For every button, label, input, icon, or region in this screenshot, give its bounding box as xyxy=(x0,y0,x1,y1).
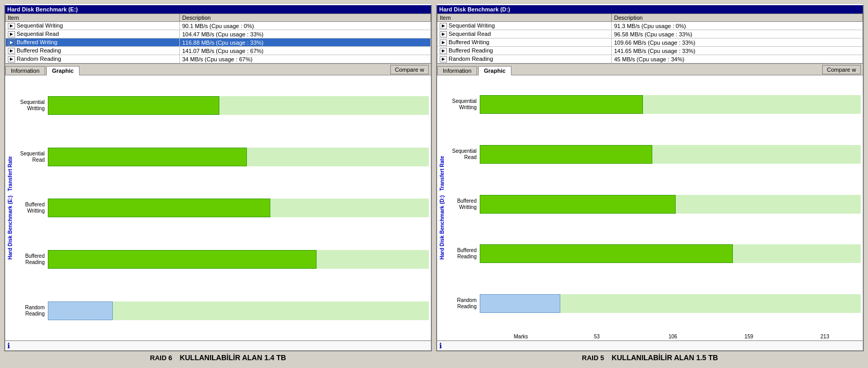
table-row-desc: 104.47 MB/s (Cpu usage : 33%) xyxy=(180,30,431,38)
left-panel-wrapper: Hard Disk Benchmark (E:) Item Descriptio… xyxy=(4,4,432,364)
right-chart-inner: SequentialWritting91.3 MarksSequentialRe… xyxy=(446,75,863,333)
bar-row: SequentialRead96.58 Marks(Cpu : 33%) xyxy=(449,145,861,164)
x-axis-tick: 53 xyxy=(559,334,635,339)
right-chart-area: Hard Disk Benchmark (D:) Transfert Rate … xyxy=(437,75,863,340)
table-row-desc: 109.66 MB/s (Cpu usage : 33%) xyxy=(612,38,863,47)
table-row-desc: 34 MB/s (Cpu usage : 67%) xyxy=(180,55,431,63)
bar-row: SequentialWritting90.1 Marks xyxy=(17,96,429,115)
bar-fill xyxy=(48,301,113,320)
right-col-desc: Description xyxy=(612,14,863,22)
bar-fill xyxy=(48,148,247,166)
bar-fill xyxy=(480,195,676,214)
bar-label: SequentialRead xyxy=(449,148,480,161)
bar-fill xyxy=(48,96,219,115)
table-row-item: ▶Buffered Reading xyxy=(438,47,612,55)
left-chart-wrapper: SequentialWritting90.1 MarksSequentialRe… xyxy=(15,75,431,340)
bar-label: BufferedWritting xyxy=(17,202,48,214)
right-footer: RAID 5 KULLANILABİLİR ALAN 1.5 TB xyxy=(436,351,864,364)
main-container: Hard Disk Benchmark (E:) Item Descriptio… xyxy=(0,0,868,368)
x-axis-tick: 106 xyxy=(635,334,711,339)
left-info-icon: ℹ xyxy=(7,341,10,350)
left-y-axis-label: Hard Disk Benchmark (E:) Transfert Rate xyxy=(5,75,15,340)
bar-row: RandomReading(Cpu : 34%) xyxy=(449,294,861,313)
bar-container: 90.1 Marks xyxy=(48,96,429,115)
bar-row: SequentialWritting91.3 Marks xyxy=(449,95,861,114)
table-row-desc: 141.65 MB/s (Cpu usage : 33%) xyxy=(612,47,863,55)
left-chart-bottom: ℹ xyxy=(5,340,431,350)
bar-fill xyxy=(48,199,270,217)
bar-fill xyxy=(480,95,643,114)
right-tab-information[interactable]: Information xyxy=(437,66,477,75)
table-row-item: ▶Random Reading xyxy=(6,55,180,63)
table-row-desc: 91.3 MB/s (Cpu usage : 0%) xyxy=(612,22,863,30)
left-tab-information[interactable]: Information xyxy=(5,66,45,75)
right-compare-button[interactable]: Compare w xyxy=(822,65,861,74)
table-row-item: ▶Buffered Writing xyxy=(6,38,180,47)
left-data-table: Item Description ▶Sequential Writing90.1… xyxy=(5,14,431,63)
bar-row: BufferedWritting109.66 Marks(Cpu : 33%) xyxy=(449,195,861,214)
left-tabs-bar: Information Graphic Compare w xyxy=(5,64,431,75)
right-y-axis-label: Hard Disk Benchmark (D:) Transfert Rate xyxy=(437,75,446,340)
right-col-item: Item xyxy=(438,14,612,22)
bar-container: 116.88 Marks(Cpu : 33%) xyxy=(48,199,429,217)
left-footer: RAID 6 KULLANILABİLİR ALAN 1.4 TB xyxy=(4,351,432,364)
right-panel: Hard Disk Benchmark (D:) Item Descriptio… xyxy=(436,4,864,351)
table-row-desc: 141.07 MB/s (Cpu usage : 67%) xyxy=(180,47,431,55)
table-row-desc: 45 MB/s (Cpu usage : 34%) xyxy=(612,55,863,63)
bar-label: BufferedReading xyxy=(17,253,48,266)
bar-label: SequentialRead xyxy=(17,151,48,163)
bar-label: BufferedWritting xyxy=(449,198,480,211)
bar-label: RandomReading xyxy=(17,305,48,317)
bar-container: (Cpu : 34%) xyxy=(480,294,861,313)
bar-fill xyxy=(480,145,652,164)
right-raid-label: RAID 5 xyxy=(582,354,604,362)
table-row-item: ▶Buffered Writing xyxy=(438,38,612,47)
bar-container: 91.3 Marks xyxy=(480,95,861,114)
table-row-desc: 96.58 MB/s (Cpu usage : 33%) xyxy=(612,30,863,38)
right-chart-wrapper: SequentialWritting91.3 MarksSequentialRe… xyxy=(446,75,863,340)
table-row-item: ▶Sequential Read xyxy=(6,30,180,38)
bar-row: BufferedReading141.65 Marks(Cpu : 33%) xyxy=(449,244,861,263)
right-table-area: Item Description ▶Sequential Writing91.3… xyxy=(437,14,863,64)
table-row-item: ▶Sequential Read xyxy=(438,30,612,38)
right-panel-title: Hard Disk Benchmark (D:) xyxy=(437,5,863,14)
bar-container: 141.65 Marks(Cpu : 33%) xyxy=(480,244,861,263)
right-chart-bottom: ℹ xyxy=(437,340,863,350)
table-row-item: ▶Random Reading xyxy=(438,55,612,63)
left-panel-title: Hard Disk Benchmark (E:) xyxy=(5,5,431,14)
right-x-axis: Marks53106159213 xyxy=(446,333,863,340)
bar-container: 141.07 Marks(Cpu : 67%) xyxy=(48,250,429,269)
x-axis-tick: Marks xyxy=(483,334,559,339)
table-row-item: ▶Buffered Reading xyxy=(6,47,180,55)
bar-row: SequentialRead104.47 Marks(Cpu : 33%) xyxy=(17,148,429,166)
bar-label: RandomReading xyxy=(449,297,480,310)
bar-container: 104.47 Marks(Cpu : 33%) xyxy=(48,148,429,166)
bar-label: SequentialWritting xyxy=(17,99,48,112)
left-chart-area: Hard Disk Benchmark (E:) Transfert Rate … xyxy=(5,75,431,340)
bar-row: RandomReading(Cpu : 67%) xyxy=(17,301,429,320)
left-panel: Hard Disk Benchmark (E:) Item Descriptio… xyxy=(4,4,432,351)
bar-row: BufferedReading141.07 Marks(Cpu : 67%) xyxy=(17,250,429,269)
right-panel-wrapper: Hard Disk Benchmark (D:) Item Descriptio… xyxy=(436,4,864,364)
bar-fill xyxy=(480,244,733,263)
left-table-area: Item Description ▶Sequential Writing90.1… xyxy=(5,14,431,64)
left-tab-graphic[interactable]: Graphic xyxy=(46,66,80,75)
right-storage-label: KULLANILABİLİR ALAN 1.5 TB xyxy=(612,353,718,362)
bar-container: 109.66 Marks(Cpu : 33%) xyxy=(480,195,861,214)
bar-container: 96.58 Marks(Cpu : 33%) xyxy=(480,145,861,164)
bar-label: BufferedReading xyxy=(449,247,480,260)
table-row-desc: 116.88 MB/s (Cpu usage : 33%) xyxy=(180,38,431,47)
bar-row: BufferedWritting116.88 Marks(Cpu : 33%) xyxy=(17,199,429,217)
left-compare-button[interactable]: Compare w xyxy=(390,65,429,74)
left-col-desc: Description xyxy=(180,14,431,22)
right-tab-graphic[interactable]: Graphic xyxy=(478,66,511,75)
left-chart-inner: SequentialWritting90.1 MarksSequentialRe… xyxy=(15,75,431,340)
right-tabs-bar: Information Graphic Compare w xyxy=(437,64,863,75)
left-raid-label: RAID 6 xyxy=(150,354,173,362)
table-row-item: ▶Sequential Writing xyxy=(6,22,180,30)
x-axis-tick: 159 xyxy=(711,334,787,339)
left-col-item: Item xyxy=(6,14,180,22)
table-row-desc: 90.1 MB/s (Cpu usage : 0%) xyxy=(180,22,431,30)
bar-container: (Cpu : 67%) xyxy=(48,301,429,320)
bar-label: SequentialWritting xyxy=(449,98,480,111)
